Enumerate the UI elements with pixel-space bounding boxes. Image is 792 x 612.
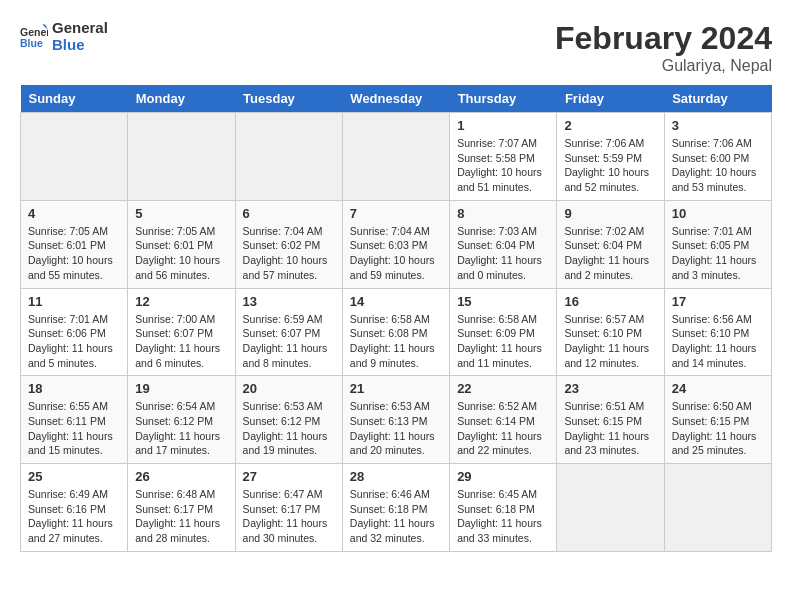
day-info-line: Daylight: 10 hours and 56 minutes. [135, 254, 220, 281]
calendar-cell: 2Sunrise: 7:06 AMSunset: 5:59 PMDaylight… [557, 113, 664, 201]
day-number: 19 [135, 381, 227, 396]
calendar-cell: 26Sunrise: 6:48 AMSunset: 6:17 PMDayligh… [128, 464, 235, 552]
day-info-line: Sunset: 6:15 PM [672, 415, 750, 427]
calendar-cell: 14Sunrise: 6:58 AMSunset: 6:08 PMDayligh… [342, 288, 449, 376]
day-info-line: Sunset: 6:13 PM [350, 415, 428, 427]
day-info-line: Sunset: 6:11 PM [28, 415, 106, 427]
day-number: 4 [28, 206, 120, 221]
day-info-line: Sunrise: 7:04 AM [243, 225, 323, 237]
day-info: Sunrise: 6:57 AMSunset: 6:10 PMDaylight:… [564, 312, 656, 371]
day-info: Sunrise: 6:49 AMSunset: 6:16 PMDaylight:… [28, 487, 120, 546]
day-number: 1 [457, 118, 549, 133]
day-info-line: Sunset: 6:05 PM [672, 239, 750, 251]
day-number: 24 [672, 381, 764, 396]
calendar-cell: 20Sunrise: 6:53 AMSunset: 6:12 PMDayligh… [235, 376, 342, 464]
calendar-cell: 10Sunrise: 7:01 AMSunset: 6:05 PMDayligh… [664, 200, 771, 288]
day-info-line: Daylight: 11 hours and 12 minutes. [564, 342, 649, 369]
day-info-line: Daylight: 11 hours and 2 minutes. [564, 254, 649, 281]
day-info-line: Sunrise: 6:54 AM [135, 400, 215, 412]
day-info-line: Daylight: 11 hours and 33 minutes. [457, 517, 542, 544]
day-info-line: Sunset: 6:01 PM [28, 239, 106, 251]
day-info-line: Sunset: 6:06 PM [28, 327, 106, 339]
day-number: 20 [243, 381, 335, 396]
day-info: Sunrise: 7:03 AMSunset: 6:04 PMDaylight:… [457, 224, 549, 283]
day-info-line: Sunset: 6:02 PM [243, 239, 321, 251]
day-info-line: Sunrise: 7:06 AM [564, 137, 644, 149]
day-info-line: Daylight: 11 hours and 19 minutes. [243, 430, 328, 457]
day-number: 10 [672, 206, 764, 221]
day-info: Sunrise: 6:58 AMSunset: 6:08 PMDaylight:… [350, 312, 442, 371]
day-number: 26 [135, 469, 227, 484]
day-info-line: Sunset: 6:10 PM [672, 327, 750, 339]
day-info: Sunrise: 6:51 AMSunset: 6:15 PMDaylight:… [564, 399, 656, 458]
day-info-line: Sunrise: 6:52 AM [457, 400, 537, 412]
day-info-line: Sunrise: 7:02 AM [564, 225, 644, 237]
day-number: 15 [457, 294, 549, 309]
day-info-line: Sunset: 6:14 PM [457, 415, 535, 427]
day-info-line: Sunrise: 6:46 AM [350, 488, 430, 500]
day-info-line: Sunset: 6:08 PM [350, 327, 428, 339]
calendar-cell: 17Sunrise: 6:56 AMSunset: 6:10 PMDayligh… [664, 288, 771, 376]
day-info-line: Sunrise: 7:00 AM [135, 313, 215, 325]
day-info: Sunrise: 6:46 AMSunset: 6:18 PMDaylight:… [350, 487, 442, 546]
day-info-line: Daylight: 11 hours and 23 minutes. [564, 430, 649, 457]
day-info: Sunrise: 7:05 AMSunset: 6:01 PMDaylight:… [135, 224, 227, 283]
day-number: 12 [135, 294, 227, 309]
day-info: Sunrise: 6:45 AMSunset: 6:18 PMDaylight:… [457, 487, 549, 546]
day-info-line: Sunrise: 6:59 AM [243, 313, 323, 325]
day-info-line: Sunrise: 6:45 AM [457, 488, 537, 500]
day-info: Sunrise: 7:00 AMSunset: 6:07 PMDaylight:… [135, 312, 227, 371]
calendar-cell: 24Sunrise: 6:50 AMSunset: 6:15 PMDayligh… [664, 376, 771, 464]
day-info-line: Sunset: 6:04 PM [457, 239, 535, 251]
calendar-cell: 25Sunrise: 6:49 AMSunset: 6:16 PMDayligh… [21, 464, 128, 552]
calendar-week-row: 11Sunrise: 7:01 AMSunset: 6:06 PMDayligh… [21, 288, 772, 376]
day-info: Sunrise: 6:50 AMSunset: 6:15 PMDaylight:… [672, 399, 764, 458]
calendar-cell [664, 464, 771, 552]
day-header-sunday: Sunday [21, 85, 128, 113]
day-number: 16 [564, 294, 656, 309]
day-info: Sunrise: 6:53 AMSunset: 6:12 PMDaylight:… [243, 399, 335, 458]
day-info-line: Sunset: 6:16 PM [28, 503, 106, 515]
day-info: Sunrise: 7:01 AMSunset: 6:05 PMDaylight:… [672, 224, 764, 283]
calendar-cell: 4Sunrise: 7:05 AMSunset: 6:01 PMDaylight… [21, 200, 128, 288]
calendar-title: February 2024 [555, 20, 772, 57]
calendar-cell: 12Sunrise: 7:00 AMSunset: 6:07 PMDayligh… [128, 288, 235, 376]
day-header-monday: Monday [128, 85, 235, 113]
page-header: General Blue General Blue February 2024 … [20, 20, 772, 75]
svg-text:Blue: Blue [20, 36, 43, 48]
day-info-line: Daylight: 11 hours and 14 minutes. [672, 342, 757, 369]
day-info-line: Daylight: 11 hours and 22 minutes. [457, 430, 542, 457]
day-info-line: Sunrise: 7:03 AM [457, 225, 537, 237]
day-info-line: Sunrise: 7:04 AM [350, 225, 430, 237]
logo-text-blue: Blue [52, 37, 108, 54]
day-info-line: Sunrise: 6:49 AM [28, 488, 108, 500]
logo-icon: General Blue [20, 23, 48, 51]
day-number: 21 [350, 381, 442, 396]
calendar-cell: 6Sunrise: 7:04 AMSunset: 6:02 PMDaylight… [235, 200, 342, 288]
day-info-line: Sunset: 6:04 PM [564, 239, 642, 251]
calendar-cell: 28Sunrise: 6:46 AMSunset: 6:18 PMDayligh… [342, 464, 449, 552]
calendar-cell: 5Sunrise: 7:05 AMSunset: 6:01 PMDaylight… [128, 200, 235, 288]
day-info: Sunrise: 7:04 AMSunset: 6:02 PMDaylight:… [243, 224, 335, 283]
calendar-cell: 19Sunrise: 6:54 AMSunset: 6:12 PMDayligh… [128, 376, 235, 464]
day-info-line: Sunset: 6:09 PM [457, 327, 535, 339]
day-header-saturday: Saturday [664, 85, 771, 113]
calendar-cell: 15Sunrise: 6:58 AMSunset: 6:09 PMDayligh… [450, 288, 557, 376]
day-number: 27 [243, 469, 335, 484]
day-number: 3 [672, 118, 764, 133]
day-info: Sunrise: 7:06 AMSunset: 5:59 PMDaylight:… [564, 136, 656, 195]
day-info-line: Sunset: 6:12 PM [243, 415, 321, 427]
day-number: 28 [350, 469, 442, 484]
calendar-cell [235, 113, 342, 201]
calendar-cell: 23Sunrise: 6:51 AMSunset: 6:15 PMDayligh… [557, 376, 664, 464]
day-info-line: Daylight: 11 hours and 28 minutes. [135, 517, 220, 544]
day-info: Sunrise: 6:54 AMSunset: 6:12 PMDaylight:… [135, 399, 227, 458]
day-info-line: Sunset: 5:59 PM [564, 152, 642, 164]
day-info-line: Sunrise: 7:07 AM [457, 137, 537, 149]
calendar-cell [342, 113, 449, 201]
calendar-cell: 7Sunrise: 7:04 AMSunset: 6:03 PMDaylight… [342, 200, 449, 288]
day-info-line: Sunset: 5:58 PM [457, 152, 535, 164]
day-info-line: Sunrise: 6:58 AM [457, 313, 537, 325]
days-header-row: SundayMondayTuesdayWednesdayThursdayFrid… [21, 85, 772, 113]
day-number: 9 [564, 206, 656, 221]
